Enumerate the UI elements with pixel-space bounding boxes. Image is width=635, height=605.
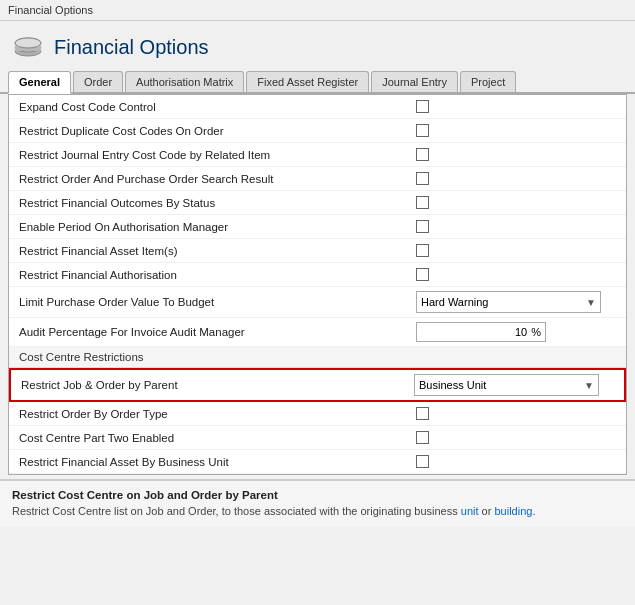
info-title: Restrict Cost Centre on Job and Order by… xyxy=(12,489,623,501)
select-limit-purchase-value: Hard Warning xyxy=(421,296,488,308)
row-restrict-asset-items: Restrict Financial Asset Item(s) xyxy=(9,239,626,263)
control-limit-purchase: Hard Warning ▼ xyxy=(416,291,616,313)
row-cost-centre-part-two: Cost Centre Part Two Enabled xyxy=(9,426,626,450)
control-expand-cost-code xyxy=(416,100,616,113)
row-enable-period: Enable Period On Authorisation Manager xyxy=(9,215,626,239)
row-restrict-financial-asset-bu: Restrict Financial Asset By Business Uni… xyxy=(9,450,626,474)
label-audit-percentage: Audit Percentage For Invoice Audit Manag… xyxy=(19,326,416,338)
select-limit-purchase[interactable]: Hard Warning ▼ xyxy=(416,291,601,313)
control-restrict-financial-outcomes xyxy=(416,196,616,209)
control-restrict-duplicate xyxy=(416,124,616,137)
checkbox-restrict-journal[interactable] xyxy=(416,148,429,161)
select-restrict-job-order[interactable]: Business Unit ▼ xyxy=(414,374,599,396)
tab-authorisation-matrix[interactable]: Authorisation Matrix xyxy=(125,71,244,92)
section-cost-centre: Cost Centre Restrictions xyxy=(9,347,626,368)
select-restrict-job-order-value: Business Unit xyxy=(419,379,486,391)
title-bar-label: Financial Options xyxy=(8,4,93,16)
control-enable-period xyxy=(416,220,616,233)
label-cost-centre-part-two: Cost Centre Part Two Enabled xyxy=(19,432,416,444)
info-panel: Restrict Cost Centre on Job and Order by… xyxy=(0,479,635,527)
row-restrict-journal: Restrict Journal Entry Cost Code by Rela… xyxy=(9,143,626,167)
row-expand-cost-code: Expand Cost Code Control xyxy=(9,95,626,119)
title-bar: Financial Options xyxy=(0,0,635,21)
row-restrict-order-type: Restrict Order By Order Type xyxy=(9,402,626,426)
info-text: Restrict Cost Centre list on Job and Ord… xyxy=(12,504,623,519)
checkbox-restrict-order-type[interactable] xyxy=(416,407,429,420)
label-restrict-order-search: Restrict Order And Purchase Order Search… xyxy=(19,173,416,185)
checkbox-restrict-financial-outcomes[interactable] xyxy=(416,196,429,209)
row-restrict-financial-auth: Restrict Financial Authorisation xyxy=(9,263,626,287)
chevron-down-icon: ▼ xyxy=(586,297,596,308)
label-limit-purchase: Limit Purchase Order Value To Budget xyxy=(19,296,416,308)
label-restrict-financial-outcomes: Restrict Financial Outcomes By Status xyxy=(19,197,416,209)
label-restrict-financial-asset-bu: Restrict Financial Asset By Business Uni… xyxy=(19,456,416,468)
checkbox-restrict-order-search[interactable] xyxy=(416,172,429,185)
tab-fixed-asset-register[interactable]: Fixed Asset Register xyxy=(246,71,369,92)
info-link-unit[interactable]: unit xyxy=(461,505,479,517)
header: Financial Options xyxy=(0,21,635,71)
label-restrict-duplicate: Restrict Duplicate Cost Codes On Order xyxy=(19,125,416,137)
row-restrict-job-order: Restrict Job & Order by Parent Business … xyxy=(9,368,626,402)
control-restrict-journal xyxy=(416,148,616,161)
control-restrict-order-search xyxy=(416,172,616,185)
tab-bar: General Order Authorisation Matrix Fixed… xyxy=(0,71,635,94)
content-panel: Expand Cost Code Control Restrict Duplic… xyxy=(8,94,627,475)
label-restrict-order-type: Restrict Order By Order Type xyxy=(19,408,416,420)
checkbox-expand-cost-code[interactable] xyxy=(416,100,429,113)
row-restrict-financial-outcomes: Restrict Financial Outcomes By Status xyxy=(9,191,626,215)
input-audit-value: 10 xyxy=(515,326,527,338)
checkbox-restrict-duplicate[interactable] xyxy=(416,124,429,137)
tab-order[interactable]: Order xyxy=(73,71,123,92)
label-restrict-journal: Restrict Journal Entry Cost Code by Rela… xyxy=(19,149,416,161)
label-restrict-asset-items: Restrict Financial Asset Item(s) xyxy=(19,245,416,257)
control-restrict-job-order: Business Unit ▼ xyxy=(414,374,614,396)
label-expand-cost-code: Expand Cost Code Control xyxy=(19,101,416,113)
label-restrict-financial-auth: Restrict Financial Authorisation xyxy=(19,269,416,281)
svg-point-5 xyxy=(15,38,41,48)
row-limit-purchase: Limit Purchase Order Value To Budget Har… xyxy=(9,287,626,318)
tab-project[interactable]: Project xyxy=(460,71,516,92)
tab-general[interactable]: General xyxy=(8,71,71,94)
tab-journal-entry[interactable]: Journal Entry xyxy=(371,71,458,92)
control-audit-percentage: 10 % xyxy=(416,322,616,342)
checkbox-restrict-financial-asset-bu[interactable] xyxy=(416,455,429,468)
app-icon xyxy=(12,31,44,63)
page-title: Financial Options xyxy=(54,36,209,59)
checkbox-restrict-asset-items[interactable] xyxy=(416,244,429,257)
label-enable-period: Enable Period On Authorisation Manager xyxy=(19,221,416,233)
label-restrict-job-order: Restrict Job & Order by Parent xyxy=(21,379,414,391)
control-cost-centre-part-two xyxy=(416,431,616,444)
row-restrict-order-search: Restrict Order And Purchase Order Search… xyxy=(9,167,626,191)
control-restrict-financial-auth xyxy=(416,268,616,281)
section-cost-centre-label: Cost Centre Restrictions xyxy=(19,351,144,363)
control-restrict-financial-asset-bu xyxy=(416,455,616,468)
row-restrict-duplicate: Restrict Duplicate Cost Codes On Order xyxy=(9,119,626,143)
checkbox-enable-period[interactable] xyxy=(416,220,429,233)
input-audit-suffix: % xyxy=(531,326,541,338)
input-audit-percentage[interactable]: 10 % xyxy=(416,322,546,342)
row-audit-percentage: Audit Percentage For Invoice Audit Manag… xyxy=(9,318,626,347)
chevron-down-icon: ▼ xyxy=(584,380,594,391)
info-link-building[interactable]: building xyxy=(494,505,532,517)
control-restrict-asset-items xyxy=(416,244,616,257)
control-restrict-order-type xyxy=(416,407,616,420)
window: Financial Options Financial Options Gene… xyxy=(0,0,635,605)
checkbox-restrict-financial-auth[interactable] xyxy=(416,268,429,281)
checkbox-cost-centre-part-two[interactable] xyxy=(416,431,429,444)
